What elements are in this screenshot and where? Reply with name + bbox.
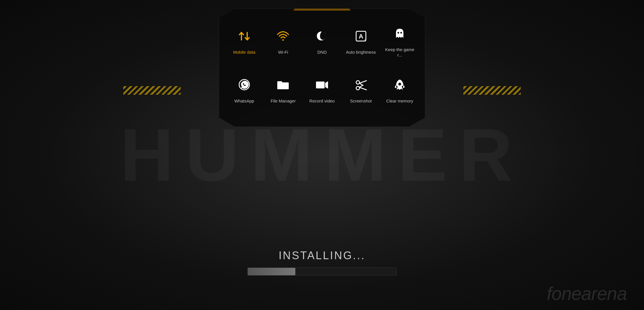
dnd-icon <box>312 26 332 46</box>
progress-bar-fill <box>248 268 295 275</box>
installing-section: INSTALLING... <box>247 249 397 276</box>
stripe-left-decoration <box>123 86 181 95</box>
wifi-label: Wi-Fi <box>278 49 288 55</box>
stripe-right-decoration <box>463 86 521 95</box>
svg-line-10 <box>359 81 366 83</box>
panel-row-2: WhatsApp File Manager Record video <box>225 66 419 112</box>
record-icon <box>312 75 332 95</box>
folder-icon <box>273 75 293 95</box>
keep-game-button[interactable]: Keep the game r... <box>380 18 419 63</box>
svg-rect-6 <box>316 82 325 88</box>
progress-bar-background <box>247 268 397 276</box>
watermark-text: fonearena <box>547 283 627 304</box>
svg-line-12 <box>359 83 363 85</box>
dnd-label: DND <box>317 49 327 55</box>
svg-marker-7 <box>325 81 328 89</box>
whatsapp-icon <box>234 75 255 95</box>
keep-game-label: Keep the game r... <box>383 47 417 58</box>
rocket-icon <box>389 75 410 95</box>
game-panel: Mobile data Wi-Fi DND <box>219 9 425 127</box>
clear-memory-button[interactable]: Clear memory <box>380 66 419 112</box>
svg-point-2 <box>364 40 365 40</box>
record-video-label: Record video <box>309 98 335 104</box>
svg-point-3 <box>397 32 399 34</box>
dnd-button[interactable]: DND <box>303 18 341 63</box>
screenshot-icon <box>351 75 371 95</box>
panel-row-1: Mobile data Wi-Fi DND <box>225 18 419 63</box>
svg-point-4 <box>400 32 402 34</box>
file-manager-label: File Manager <box>271 98 296 104</box>
mobile-data-label: Mobile data <box>233 49 255 55</box>
installing-text: INSTALLING... <box>247 249 397 262</box>
mobile-data-icon <box>234 26 255 46</box>
whatsapp-label: WhatsApp <box>234 98 254 104</box>
brightness-icon: A <box>351 26 371 46</box>
screenshot-label: Screenshot <box>350 98 372 104</box>
file-manager-button[interactable]: File Manager <box>264 66 303 112</box>
svg-line-13 <box>359 85 363 87</box>
auto-brightness-label: Auto brightness <box>346 49 376 55</box>
svg-point-14 <box>398 83 401 86</box>
wifi-button[interactable]: Wi-Fi <box>264 18 303 63</box>
auto-brightness-button[interactable]: A Auto brightness <box>341 18 380 63</box>
svg-line-11 <box>359 87 366 90</box>
mobile-data-button[interactable]: Mobile data <box>225 18 264 63</box>
svg-text:A: A <box>359 33 363 40</box>
screenshot-button[interactable]: Screenshot <box>341 66 380 112</box>
whatsapp-button[interactable]: WhatsApp <box>225 66 264 112</box>
ghost-icon <box>389 23 410 44</box>
record-video-button[interactable]: Record video <box>303 66 341 112</box>
wifi-icon <box>273 26 293 46</box>
clear-memory-label: Clear memory <box>386 98 413 104</box>
